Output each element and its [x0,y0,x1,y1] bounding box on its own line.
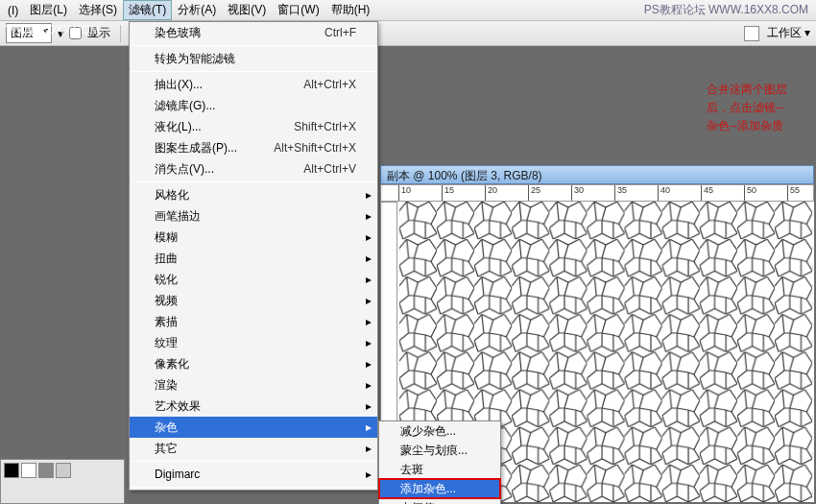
menu-sharpen[interactable]: 锐化▸ [130,269,377,290]
menu-window[interactable]: 窗口(W) [272,0,324,20]
watermark-left: WWW.3DXY.COM [6,23,100,36]
menu-blur[interactable]: 模糊▸ [130,227,377,248]
document-titlebar[interactable]: 副本 @ 100% (图层 3, RGB/8) [380,165,814,184]
noise-submenu: 减少杂色... 蒙尘与划痕... 去斑 添加杂色... 中间值... [378,420,501,504]
menu-stylize[interactable]: 风格化▸ [130,184,377,205]
menu-extract[interactable]: 抽出(X)...Alt+Ctrl+X [130,74,377,95]
menu-view[interactable]: 视图(V) [222,0,272,20]
menu-convert-smart[interactable]: 转换为智能滤镜 [130,48,377,69]
menu-video[interactable]: 视频▸ [130,290,377,311]
submenu-median[interactable]: 中间值... [379,498,500,504]
chevron-right-icon: ▸ [366,188,372,202]
submenu-dust-scratches[interactable]: 蒙尘与划痕... [379,441,500,460]
swatch-white[interactable] [21,463,36,478]
menu-digimarc[interactable]: Digimarc▸ [130,464,377,485]
menu-sketch[interactable]: 素描▸ [130,311,377,332]
submenu-despeckle[interactable]: 去斑 [379,460,500,479]
menu-texture[interactable]: 纹理▸ [130,332,377,353]
menu-layer[interactable]: 图层(L) [24,0,73,20]
hand-icon[interactable] [744,26,759,41]
menu-pattern-maker[interactable]: 图案生成器(P)...Alt+Shift+Ctrl+X [130,137,377,158]
submenu-reduce-noise[interactable]: 减少杂色... [379,421,500,441]
watermark-right: PS教程论坛 WWW.16XX8.COM [644,2,808,18]
swatch-gray[interactable] [38,463,54,478]
menu-liquify[interactable]: 液化(L)...Shift+Ctrl+X [130,116,377,137]
options-bar: 图层 ▾ 显示 工作区 ▾ [0,21,816,46]
menu-vanishing-point[interactable]: 消失点(V)...Alt+Ctrl+V [130,158,377,180]
color-palette [0,459,125,504]
menu-last-filter[interactable]: 染色玻璃 Ctrl+F [130,22,377,43]
workspace-dropdown[interactable]: 工作区 ▾ [767,25,810,41]
menu-distort[interactable]: 扭曲▸ [130,248,377,269]
menu-pixelate[interactable]: 像素化▸ [130,353,377,374]
menu-other[interactable]: 其它▸ [130,438,377,459]
ruler-horizontal: 10 15 20 25 30 35 40 45 50 55 [380,184,814,202]
menu-filter-gallery[interactable]: 滤镜库(G)... [130,95,377,116]
menu-noise[interactable]: 杂色▸ [130,417,377,438]
swatch-black[interactable] [4,463,19,478]
menu-artistic[interactable]: 艺术效果▸ [130,396,377,417]
menu-select[interactable]: 选择(S) [73,0,123,20]
annotation-text: 合并这两个图层 后，点击滤镜-- 杂色--添加杂质 [707,81,787,136]
menu-render[interactable]: 渲染▸ [130,374,377,396]
menu-file[interactable]: (I) [2,2,24,19]
menu-brush-strokes[interactable]: 画笔描边▸ [130,205,377,227]
submenu-add-noise[interactable]: 添加杂色... [379,479,500,498]
menu-help[interactable]: 帮助(H) [325,0,376,20]
swatch-lightgray[interactable] [56,463,71,478]
menu-filter[interactable]: 滤镜(T) [123,0,172,20]
menu-analysis[interactable]: 分析(A) [172,0,222,20]
filter-menu: 染色玻璃 Ctrl+F 转换为智能滤镜 抽出(X)...Alt+Ctrl+X 滤… [129,21,378,491]
